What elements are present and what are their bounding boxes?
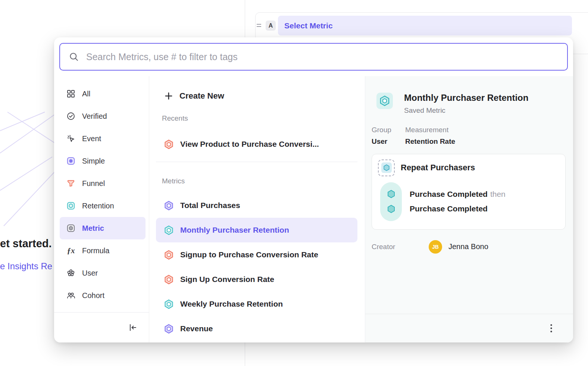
funnel-metric-hexagon-icon xyxy=(164,250,174,260)
simple-metric-hexagon-icon xyxy=(164,324,174,334)
creator-name: Jenna Bono xyxy=(448,242,488,251)
metric-selector-screen: et started. e Insights Re A Select Metri… xyxy=(0,0,588,366)
drag-handle-icon[interactable] xyxy=(257,24,261,28)
metric-item-label: Total Purchases xyxy=(180,201,240,210)
creator-avatar: JB xyxy=(429,240,442,254)
metric-list-column: Create New Recents View Product to Purch… xyxy=(149,76,365,342)
retention-metric-hexagon-icon xyxy=(164,225,174,235)
definition-header: Repeat Purchasers xyxy=(378,159,559,176)
search-input[interactable] xyxy=(85,51,558,63)
plus-icon xyxy=(164,91,173,101)
creator-row: Creator JB Jenna Bono xyxy=(372,240,573,254)
type-filter-sidebar: All Verified Event Simple xyxy=(54,76,149,342)
event-cursor-icon xyxy=(66,134,75,143)
type-filter-list: All Verified Event Simple xyxy=(54,76,149,307)
sidebar-item-verified[interactable]: Verified xyxy=(60,105,146,127)
grid-icon xyxy=(66,89,75,98)
cohort-icon xyxy=(66,291,75,300)
detail-footer xyxy=(365,314,573,342)
group-value: User xyxy=(372,137,405,146)
sidebar-item-formula[interactable]: ƒx Formula xyxy=(60,239,146,262)
sidebar-item-label: Funnel xyxy=(82,179,105,188)
metric-picker-modal: All Verified Event Simple xyxy=(54,37,573,342)
funnel-metric-icon xyxy=(66,179,75,188)
step-connector: then xyxy=(490,190,506,198)
metric-detail-panel: Monthly Purchaser Retention Saved Metric… xyxy=(365,76,573,342)
sidebar-item-label: All xyxy=(82,90,90,98)
sidebar-item-simple[interactable]: Simple xyxy=(60,150,146,172)
measurement-value: Retention Rate xyxy=(405,137,573,146)
formula-icon: ƒx xyxy=(66,246,75,255)
sidebar-footer xyxy=(54,313,149,342)
sidebar-item-cohort[interactable]: Cohort xyxy=(60,284,146,307)
funnel-metric-hexagon-icon xyxy=(164,274,174,285)
sidebar-item-label: Simple xyxy=(82,157,105,165)
metric-item-monthly-purchaser-retention[interactable]: Monthly Purchaser Retention xyxy=(156,218,357,242)
sidebar-item-label: Verified xyxy=(82,112,107,121)
background-link-partial[interactable]: e Insights Re xyxy=(0,261,52,272)
metric-item-total-purchases[interactable]: Total Purchases xyxy=(156,193,357,218)
recent-metric-item[interactable]: View Product to Purchase Conversi... xyxy=(156,132,357,156)
step-1: Purchase Completedthen xyxy=(410,190,506,199)
measurement-label: Measurement xyxy=(405,126,573,134)
select-metric-field[interactable]: Select Metric xyxy=(278,16,572,35)
metric-search-bar[interactable] xyxy=(59,43,568,71)
sidebar-item-funnel[interactable]: Funnel xyxy=(60,172,146,195)
create-new-label: Create New xyxy=(179,91,224,101)
sidebar-item-retention[interactable]: Retention xyxy=(60,195,146,217)
retention-hexagon-icon xyxy=(381,162,392,173)
group-label: Group xyxy=(372,126,405,134)
more-options-icon[interactable] xyxy=(545,322,557,335)
recents-section-header: Recents xyxy=(162,114,365,122)
simple-metric-hexagon-icon xyxy=(164,201,174,211)
metric-item-label: Sign Up Conversion Rate xyxy=(180,275,274,284)
metric-item-label: Signup to Purchase Conversion Rate xyxy=(180,250,318,259)
query-row-letter-badge: A xyxy=(266,21,276,31)
metric-definition-card: Repeat Purchasers Purchase Completedthen… xyxy=(372,154,566,230)
retention-metric-icon xyxy=(66,201,75,210)
collapse-sidebar-icon[interactable] xyxy=(127,322,138,333)
metric-item-label: Revenue xyxy=(180,324,213,333)
create-new-button[interactable]: Create New xyxy=(156,87,365,105)
sidebar-item-label: Formula xyxy=(82,246,109,255)
metric-item-label: Monthly Purchaser Retention xyxy=(180,226,289,235)
retention-steps-pill xyxy=(380,182,402,221)
retention-metric-hexagon-icon xyxy=(164,299,174,309)
dashed-selection-icon xyxy=(378,159,395,176)
sidebar-item-label: Metric xyxy=(82,224,104,233)
metric-item-revenue[interactable]: Revenue xyxy=(156,316,357,341)
sidebar-item-metric[interactable]: Metric xyxy=(60,217,146,239)
detail-title: Monthly Purchaser Retention xyxy=(404,93,528,103)
sidebar-item-all[interactable]: All xyxy=(60,83,146,105)
definition-name: Repeat Purchasers xyxy=(401,163,475,173)
search-icon xyxy=(69,52,79,62)
metric-item-sign-up-conversion-rate[interactable]: Sign Up Conversion Rate xyxy=(156,267,357,292)
detail-header: Monthly Purchaser Retention Saved Metric xyxy=(376,93,564,115)
sidebar-item-label: Event xyxy=(82,134,101,143)
detail-meta: Group Measurement User Retention Rate xyxy=(372,126,573,146)
metric-item-label: Weekly Purchase Retention xyxy=(180,300,283,308)
background-heading-partial: et started. xyxy=(0,238,52,250)
step-2: Purchase Completed xyxy=(410,204,506,213)
sidebar-item-label: Cohort xyxy=(82,291,104,300)
simple-metric-icon xyxy=(66,156,75,165)
sidebar-item-user[interactable]: User xyxy=(60,262,146,284)
step-hexagon-icon xyxy=(387,204,396,214)
list-section-divider xyxy=(156,162,357,162)
metric-item-signup-to-purchase-conversion-rate[interactable]: Signup to Purchase Conversion Rate xyxy=(156,242,357,267)
user-flower-icon xyxy=(66,269,75,277)
step-descriptions: Purchase Completedthen Purchase Complete… xyxy=(410,182,506,221)
metric-rows: Total Purchases Monthly Purchaser Retent… xyxy=(149,193,365,341)
sidebar-item-label: Retention xyxy=(82,202,114,210)
step-hexagon-icon xyxy=(387,189,396,199)
metric-item-weekly-purchase-retention[interactable]: Weekly Purchase Retention xyxy=(156,292,357,316)
detail-type-label: Saved Metric xyxy=(404,106,528,115)
retention-metric-icon xyxy=(376,93,393,109)
definition-steps: Purchase Completedthen Purchase Complete… xyxy=(380,182,559,221)
metrics-section-header: Metrics xyxy=(162,177,365,185)
sidebar-item-event[interactable]: Event xyxy=(60,127,146,150)
sidebar-item-label: User xyxy=(82,269,98,277)
metric-item-label: View Product to Purchase Conversi... xyxy=(180,140,319,149)
funnel-metric-hexagon-icon xyxy=(164,139,174,149)
picker-columns: All Verified Event Simple xyxy=(54,76,573,342)
